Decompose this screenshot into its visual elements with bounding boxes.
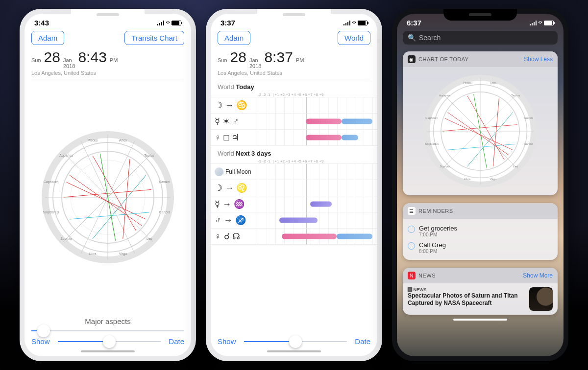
- widget-title: CHART OF TODAY: [418, 56, 469, 62]
- status-time: 6:37: [407, 19, 421, 27]
- notch: [257, 9, 331, 21]
- svg-text:Capricorn: Capricorn: [425, 116, 438, 119]
- event-timeline: [258, 180, 377, 196]
- transits-chart-button[interactable]: Transits Chart: [124, 31, 184, 45]
- svg-text:Libra: Libra: [89, 252, 97, 255]
- show-button[interactable]: Show: [31, 337, 50, 346]
- event-timeline: [258, 114, 377, 129]
- svg-text:Aries: Aries: [490, 81, 497, 84]
- svg-text:Leo: Leo: [513, 165, 518, 168]
- wifi-icon: ⌔: [539, 20, 542, 26]
- svg-text:Pisces: Pisces: [88, 139, 98, 142]
- timeline-header: -3 -2 -1 | +1 +2 +3 +4 +5 +6 +7 +8 +9: [258, 92, 377, 97]
- aspects-slider[interactable]: [24, 325, 191, 331]
- transit-event-row[interactable]: Full Moon: [211, 163, 377, 180]
- weekday: Sun: [31, 58, 41, 64]
- search-placeholder: Search: [419, 34, 441, 42]
- wifi-icon: ⌔: [352, 20, 356, 26]
- event-timeline: [258, 130, 377, 145]
- time-value: 8:43: [78, 49, 106, 66]
- chart-wheel-mini: AriesTaurusGeminiCancerLeoVirgoLibraScor…: [424, 75, 537, 187]
- news-headline[interactable]: Spectacular Photos of Saturn and Titan C…: [408, 292, 524, 307]
- ampm: PM: [110, 58, 118, 64]
- transit-event-row[interactable]: ☿ → ♒: [211, 196, 377, 212]
- date-button[interactable]: Date: [169, 337, 184, 346]
- transit-event-row[interactable]: ♀ □ ♃: [211, 129, 377, 146]
- svg-text:Gemini: Gemini: [524, 116, 533, 119]
- aspect-glyphs: ☽ → ♌: [211, 180, 258, 196]
- aspect-glyphs: ♀ □ ♃: [211, 130, 258, 145]
- reminder-title: Call Greg: [419, 241, 446, 249]
- natal-chart[interactable]: AriesTaurusGeminiCancerLeoVirgoLibraScor…: [24, 79, 191, 315]
- widget-title: REMINDERS: [418, 208, 453, 214]
- svg-text:Gemini: Gemini: [159, 180, 171, 184]
- date-time-picker[interactable]: Sun 28 Jan2018 8:37 PM: [211, 49, 377, 70]
- svg-text:Taurus: Taurus: [144, 154, 155, 157]
- svg-text:Libra: Libra: [464, 178, 471, 181]
- device-frame-2: 3:37 ⌔ Adam World Sun 28 Jan2018 8:37 PM…: [206, 9, 382, 361]
- widget-reminders[interactable]: ☰ REMINDERS Get groceries7:00 PMCall Gre…: [403, 203, 558, 260]
- wifi-icon: ⌔: [166, 20, 170, 26]
- location-label: Los Angeles, United States: [24, 70, 191, 79]
- aspect-glyphs: ☿ → ♒: [211, 196, 258, 212]
- day-number: 28: [44, 49, 60, 66]
- aspect-glyphs: ☿ ✶ ♂: [211, 114, 258, 129]
- widget-news[interactable]: N NEWS Show More 🅰 NEWS Spectacular Phot…: [403, 268, 558, 315]
- show-more-button[interactable]: Show More: [523, 272, 553, 279]
- svg-text:Scorpio: Scorpio: [440, 165, 450, 168]
- date-slider[interactable]: [58, 341, 161, 342]
- home-indicator[interactable]: [81, 350, 135, 352]
- reminder-item[interactable]: Get groceries7:00 PM: [408, 223, 553, 239]
- transit-event-row[interactable]: ☽ → ♌: [211, 180, 377, 196]
- event-timeline: [258, 97, 377, 113]
- location-label: Los Angeles, United States: [211, 70, 377, 79]
- svg-text:Virgo: Virgo: [490, 178, 497, 181]
- svg-text:Virgo: Virgo: [119, 252, 127, 256]
- date-time-picker[interactable]: Sun 28 Jan2018 8:43 PM: [24, 49, 191, 70]
- status-time: 3:37: [220, 19, 235, 27]
- section-next3: World Next 3 days: [211, 146, 377, 159]
- reminder-checkbox[interactable]: [408, 226, 415, 233]
- device-frame-3: 6:37 ⌔ 🔍 Search ◉ CHART OF TODAY Show Le…: [392, 9, 568, 361]
- show-button[interactable]: Show: [218, 337, 236, 346]
- reminders-icon: ☰: [408, 207, 416, 215]
- event-timeline: [258, 212, 377, 228]
- news-thumbnail[interactable]: [529, 287, 553, 311]
- aspect-glyphs: ♂ → ♐: [211, 212, 258, 228]
- transit-event-row[interactable]: ☿ ✶ ♂: [211, 113, 377, 129]
- svg-text:Leo: Leo: [147, 237, 152, 240]
- signal-icon: [157, 21, 164, 25]
- profile-button[interactable]: Adam: [218, 31, 250, 45]
- date-slider[interactable]: [244, 341, 347, 342]
- date-button[interactable]: Date: [355, 337, 370, 346]
- transit-event-row[interactable]: ☽ → ♋: [211, 97, 377, 113]
- profile-button[interactable]: Adam: [31, 31, 64, 45]
- spotlight-search[interactable]: 🔍 Search: [403, 31, 558, 45]
- transit-event-row[interactable]: ♀ ☌ ☊: [211, 228, 377, 245]
- svg-text:Sagittarius: Sagittarius: [43, 210, 60, 214]
- status-time: 3:43: [34, 19, 49, 27]
- world-button[interactable]: World: [338, 31, 370, 45]
- search-icon: 🔍: [408, 34, 416, 42]
- home-indicator[interactable]: [453, 319, 507, 321]
- event-timeline: [258, 196, 377, 212]
- home-indicator[interactable]: [267, 350, 321, 352]
- widget-chart-of-today[interactable]: ◉ CHART OF TODAY Show Less AriesTaurusGe…: [403, 51, 558, 195]
- transit-event-row[interactable]: ♂ → ♐: [211, 212, 377, 228]
- aspect-glyphs: Full Moon: [211, 164, 258, 180]
- reminder-item[interactable]: Call Greg8:00 PM: [408, 239, 553, 256]
- reminder-checkbox[interactable]: [408, 242, 415, 250]
- event-timeline: [258, 229, 377, 244]
- battery-icon: [172, 21, 181, 25]
- aspects-label: Major aspects: [24, 315, 191, 325]
- show-less-button[interactable]: Show Less: [524, 56, 553, 63]
- notch: [443, 9, 517, 21]
- svg-text:Taurus: Taurus: [511, 94, 520, 97]
- chart-wheel-svg: AriesTaurusGeminiCancerLeoVirgoLibraScor…: [42, 131, 174, 263]
- aspect-glyphs: ♀ ☌ ☊: [211, 229, 258, 244]
- event-timeline: [258, 164, 377, 180]
- aspect-glyphs: ☽ → ♋: [211, 97, 258, 113]
- svg-text:Scorpio: Scorpio: [60, 237, 72, 241]
- signal-icon: [530, 21, 537, 25]
- device-frame-1: 3:43 ⌔ Adam Transits Chart Sun 28 Jan201…: [20, 9, 196, 361]
